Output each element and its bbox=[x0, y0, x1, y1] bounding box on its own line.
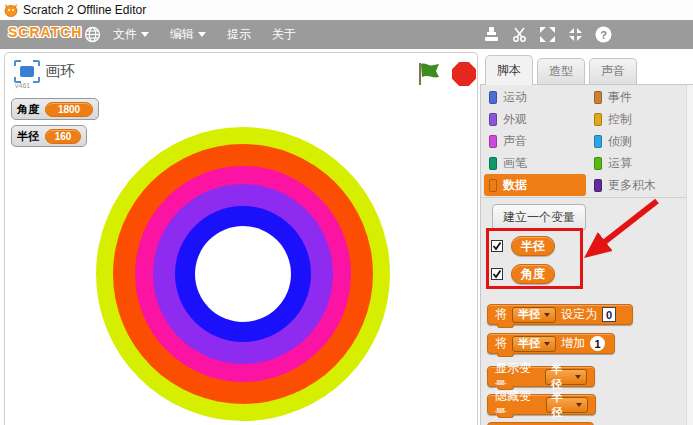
checkbox-radius-checked[interactable] bbox=[491, 240, 503, 252]
variable-dropdown[interactable]: 半径 bbox=[546, 397, 588, 413]
stage-panel: v461 画环 角度 1800 半径 160 bbox=[4, 52, 478, 425]
block-text: 设定为 bbox=[561, 306, 597, 323]
category-color-swatch bbox=[489, 179, 497, 192]
checkbox-angle-checked[interactable] bbox=[491, 268, 503, 280]
block-text: 增加 bbox=[561, 335, 585, 352]
checkmark-icon bbox=[492, 241, 502, 251]
version-label: v461 bbox=[15, 82, 30, 89]
variable-block-radius[interactable]: 半径 bbox=[511, 236, 555, 256]
svg-text:?: ? bbox=[600, 29, 607, 41]
menu-edit[interactable]: 编辑 bbox=[170, 26, 206, 43]
category-color-swatch bbox=[489, 113, 497, 126]
block-text: 将 bbox=[495, 335, 507, 352]
category-more-blocks[interactable]: 更多积木 bbox=[594, 177, 656, 194]
menu-items: 文件 编辑 提示 关于 bbox=[113, 20, 296, 49]
category-color-swatch bbox=[489, 91, 497, 104]
scratch-logo: SCRATCH bbox=[8, 24, 82, 40]
variable-dropdown[interactable]: 半径 bbox=[512, 336, 556, 352]
checkmark-icon bbox=[492, 269, 502, 279]
chevron-down-icon bbox=[141, 32, 149, 37]
duplicate-stamp-icon[interactable] bbox=[483, 26, 500, 43]
block-set-variable[interactable]: 将 半径 设定为 0 bbox=[487, 304, 633, 325]
variable-row-radius: 半径 bbox=[491, 236, 555, 256]
app-cat-icon bbox=[4, 3, 18, 17]
watcher-label: 半径 bbox=[17, 129, 39, 144]
variable-dropdown[interactable]: 半径 bbox=[545, 369, 587, 385]
scratch-window: Scratch 2 Offline Editor SCRATCH 文件 编辑 提… bbox=[0, 0, 693, 425]
delete-scissors-icon[interactable] bbox=[511, 26, 528, 43]
category-events[interactable]: 事件 bbox=[594, 89, 632, 106]
watcher-value: 1800 bbox=[45, 102, 93, 117]
tab-sounds[interactable]: 声音 bbox=[589, 58, 637, 84]
category-color-swatch bbox=[489, 157, 497, 170]
stage-view-icon[interactable] bbox=[14, 60, 40, 83]
title-bar: Scratch 2 Offline Editor bbox=[0, 0, 693, 20]
block-text: 将 bbox=[495, 306, 507, 323]
category-looks[interactable]: 外观 bbox=[489, 111, 527, 128]
dropdown-arrow-icon bbox=[544, 342, 550, 346]
tab-scripts[interactable]: 脚本 bbox=[485, 55, 533, 85]
category-operators[interactable]: 运算 bbox=[594, 155, 632, 172]
ring bbox=[195, 226, 291, 322]
dropdown-arrow-icon bbox=[575, 375, 581, 379]
category-motion[interactable]: 运动 bbox=[489, 89, 527, 106]
palette-scrollbar[interactable] bbox=[686, 85, 693, 425]
watcher-label: 角度 bbox=[17, 102, 39, 117]
block-palette: 运动 事件 外观 控制 声音 侦测 画笔 运算 数据 更多积木 建立一个变量 半… bbox=[480, 84, 693, 425]
variable-block-angle[interactable]: 角度 bbox=[511, 264, 555, 284]
help-icon[interactable]: ? bbox=[595, 26, 612, 43]
make-variable-button[interactable]: 建立一个变量 bbox=[492, 204, 586, 231]
menu-bar: SCRATCH 文件 编辑 提示 关于 bbox=[0, 20, 693, 49]
variable-watcher-angle[interactable]: 角度 1800 bbox=[11, 98, 99, 120]
editor-tabs: 脚本 造型 声音 bbox=[480, 53, 693, 84]
category-sensing[interactable]: 侦测 bbox=[594, 133, 632, 150]
palette-divider bbox=[481, 197, 693, 198]
language-globe-icon[interactable] bbox=[84, 26, 101, 43]
block-text: 隐藏变量 bbox=[495, 388, 541, 422]
sprite-name: 画环 bbox=[45, 62, 75, 81]
chevron-down-icon bbox=[198, 32, 206, 37]
category-pen[interactable]: 画笔 bbox=[489, 155, 527, 172]
menu-tips[interactable]: 提示 bbox=[227, 26, 251, 43]
stop-sign-icon[interactable] bbox=[452, 62, 476, 86]
green-flag-icon[interactable] bbox=[417, 62, 443, 86]
menu-about[interactable]: 关于 bbox=[272, 26, 296, 43]
shrink-icon[interactable] bbox=[567, 26, 584, 43]
variable-row-angle: 角度 bbox=[491, 264, 555, 284]
category-data-selected[interactable]: 数据 bbox=[484, 174, 586, 196]
category-color-swatch bbox=[594, 91, 602, 104]
category-color-swatch bbox=[594, 135, 602, 148]
window-title: Scratch 2 Offline Editor bbox=[23, 3, 146, 17]
watcher-value: 160 bbox=[45, 129, 81, 144]
tab-costumes[interactable]: 造型 bbox=[537, 58, 585, 84]
variable-watcher-radius[interactable]: 半径 160 bbox=[11, 125, 87, 147]
grow-icon[interactable] bbox=[539, 26, 556, 43]
category-sound[interactable]: 声音 bbox=[489, 133, 527, 150]
category-color-swatch bbox=[594, 179, 602, 192]
dropdown-arrow-icon bbox=[544, 313, 550, 317]
block-show-variable[interactable]: 显示变量 半径 bbox=[487, 366, 595, 387]
category-color-swatch bbox=[489, 135, 497, 148]
value-input[interactable]: 1 bbox=[590, 336, 605, 351]
block-hide-variable[interactable]: 隐藏变量 半径 bbox=[487, 394, 596, 415]
value-input[interactable]: 0 bbox=[602, 307, 616, 322]
category-color-swatch bbox=[594, 113, 602, 126]
block-change-variable[interactable]: 将 半径 增加 1 bbox=[487, 333, 615, 354]
category-control[interactable]: 控制 bbox=[594, 111, 632, 128]
cursor-toolbar: ? bbox=[483, 20, 612, 49]
variable-dropdown[interactable]: 半径 bbox=[512, 307, 556, 323]
dropdown-arrow-icon bbox=[576, 403, 582, 407]
menu-file[interactable]: 文件 bbox=[113, 26, 149, 43]
category-color-swatch bbox=[594, 157, 602, 170]
